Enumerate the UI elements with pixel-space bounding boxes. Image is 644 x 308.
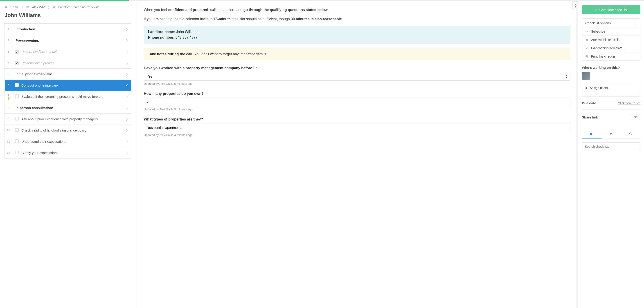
task-number: 10 <box>5 125 12 136</box>
task-section-header[interactable]: 1Introduction:❯ <box>4 23 132 35</box>
question-1-select[interactable]: Yes <box>144 72 570 81</box>
task-row[interactable]: 11Understand their expectations❯ <box>4 136 132 147</box>
task-number: 1 <box>5 27 12 31</box>
question-2-input[interactable] <box>144 98 570 106</box>
svg-rect-1 <box>53 6 54 8</box>
task-row[interactable]: 9Ask about prior experience with propert… <box>4 113 132 125</box>
task-row[interactable]: 10Check validity of landlord's insurance… <box>4 125 132 136</box>
task-checkbox[interactable] <box>15 50 19 54</box>
task-label: Ask about prior experience with property… <box>22 117 126 121</box>
task-row[interactable]: 6Conduct phone interview❮ <box>4 80 132 91</box>
task-number: 5 <box>5 72 12 76</box>
briefcase-icon <box>585 38 589 41</box>
chevron-icon: ❮ <box>126 84 131 87</box>
text-bold: go through the qualifying questions stat… <box>244 8 328 12</box>
text: . <box>342 17 343 21</box>
copy-icon <box>52 5 56 9</box>
landlord-name-label: Landlord name: <box>148 30 175 34</box>
print-icon <box>585 55 589 58</box>
task-label: Record landlord's details <box>22 50 126 53</box>
task-checkbox[interactable] <box>15 151 19 155</box>
question-3-input[interactable] <box>144 123 570 132</box>
option-label: Print this checklist… <box>591 55 620 58</box>
task-row[interactable]: 12Clarify your expectations❯ <box>4 147 132 158</box>
text: Have you worked with a property manageme… <box>144 66 254 70</box>
landlord-name-value: John Williams <box>176 30 198 34</box>
set-due-date-link[interactable]: Click here to set <box>618 101 640 105</box>
checklist-options-toggle[interactable]: Checklist options… ⌄ <box>582 19 640 27</box>
task-checkbox[interactable] <box>15 117 19 121</box>
chevron-icon: ❯ <box>126 95 131 98</box>
chevron-icon: ❯ <box>126 61 131 64</box>
phone-label: Phone number: <box>148 35 174 39</box>
breadcrumb-template[interactable]: Landlord Screening Checklist <box>58 5 99 9</box>
who-working-title: Who's working on this? <box>582 66 640 69</box>
option-edit-checklist-template[interactable]: Edit checklist template… <box>582 44 640 52</box>
left-column: Home ❯ Alex WIP ❯ Landlord Screening Che… <box>0 1 136 308</box>
right-column: ✓ Complete checklist Checklist options… … <box>578 1 644 308</box>
section-label: Pre-screening: <box>12 38 126 42</box>
collapse-panel-button[interactable]: ❯ <box>572 1 578 9</box>
question-3-updated: Updated by Alex Gallia 4 minutes ago <box>144 133 570 137</box>
avatar[interactable] <box>582 72 590 80</box>
landlord-info-box: Landlord name: John Williams Phone numbe… <box>144 26 570 44</box>
breadcrumb-folder[interactable]: Alex WIP <box>32 5 45 9</box>
assign-users-button[interactable]: Assign users… <box>582 84 640 92</box>
checklist-options-panel: Checklist options… ⌄ SubscribeArchive th… <box>582 18 640 61</box>
task-label: Conduct phone interview <box>22 83 126 87</box>
sidebar-tabs: ▶ <box>582 129 640 139</box>
option-label: Edit checklist template… <box>591 46 626 50</box>
task-number: 6 <box>5 80 12 91</box>
task-checkbox[interactable] <box>15 94 19 99</box>
history-icon <box>629 132 632 136</box>
question-2-updated: Updated by Alex Gallia 5 minutes ago <box>144 108 570 111</box>
breadcrumb-home[interactable]: Home <box>10 5 19 9</box>
required-asterisk: * <box>256 66 257 70</box>
detail-column: ❯ When you feel confident and prepared, … <box>136 1 578 308</box>
note-bold: Take notes during the call! <box>148 52 194 56</box>
tab-activity[interactable]: ▶ <box>582 129 602 138</box>
question-1-updated: Updated by Alex Gallia 5 minutes ago <box>144 82 570 85</box>
task-section-header[interactable]: 2Pre-screening:❯ <box>4 35 132 46</box>
task-number: 3 <box>5 46 12 57</box>
question-3-label: What types of properties are they? <box>144 117 570 121</box>
tab-comments[interactable] <box>602 129 621 138</box>
task-checkbox[interactable] <box>15 139 19 144</box>
option-archive-this-checklist[interactable]: Archive this checklist <box>582 35 640 44</box>
chevron-right-icon: ❯ <box>126 39 131 42</box>
chevron-icon: ❯ <box>126 151 131 154</box>
chevron-icon: ❯ <box>126 50 131 53</box>
task-row[interactable]: 4Review online profiles❯ <box>4 57 132 68</box>
task-section-header[interactable]: 5Initial phone interview:❯ <box>4 68 132 80</box>
task-row[interactable]: 7✋Evaluate if the screening process shou… <box>4 91 132 102</box>
task-list: 1Introduction:❯2Pre-screening:❯3Record l… <box>4 23 132 158</box>
text-bold: 15-minute <box>214 17 231 21</box>
section-label: Initial phone interview: <box>12 72 126 76</box>
task-row[interactable]: 3Record landlord's details❯ <box>4 46 132 57</box>
chevron-icon: ❯ <box>126 140 131 143</box>
home-icon <box>4 5 8 9</box>
calendar-paragraph: If you are sending them a calendar invit… <box>144 16 570 22</box>
chevron-icon: ❯ <box>126 118 131 121</box>
tab-history[interactable] <box>621 129 640 138</box>
chevron-right-icon: ❯ <box>22 6 24 9</box>
intro-paragraph: When you feel confident and prepared, ca… <box>144 7 570 13</box>
task-checkbox[interactable] <box>15 128 19 133</box>
share-link-toggle[interactable]: Off <box>631 114 640 120</box>
option-subscribe[interactable]: Subscribe <box>582 27 640 35</box>
text-bold: feel confident and prepared <box>161 8 208 12</box>
complete-checklist-button[interactable]: ✓ Complete checklist <box>582 5 640 14</box>
play-icon: ▶ <box>590 132 593 136</box>
task-label: Check validity of landlord's insurance p… <box>22 128 126 132</box>
task-section-header[interactable]: 8In-person consultation:❯ <box>4 102 132 113</box>
option-print-this-checklist[interactable]: Print this checklist… <box>582 52 640 60</box>
task-checkbox[interactable] <box>15 61 19 65</box>
eye-icon <box>585 30 589 33</box>
chat-icon <box>610 132 613 136</box>
task-checkbox[interactable] <box>15 83 19 88</box>
chevron-right-icon: ❯ <box>126 28 131 31</box>
panel-title: Checklist options… <box>585 21 614 25</box>
search-checklists-input[interactable] <box>582 142 640 151</box>
chevron-right-icon: ❯ <box>48 6 50 9</box>
text: If you are sending them a calendar invit… <box>144 17 214 21</box>
